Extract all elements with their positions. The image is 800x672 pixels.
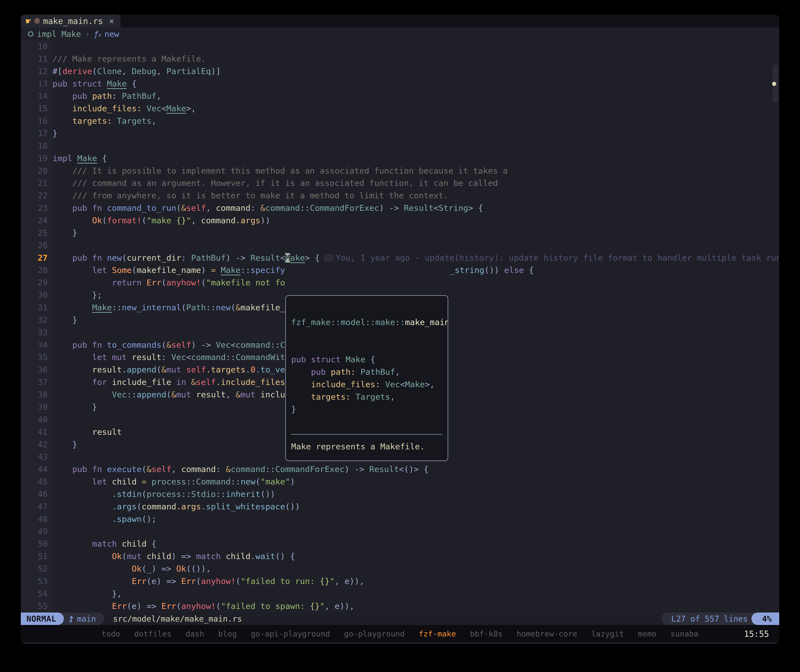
code-token: Make xyxy=(166,104,186,113)
breadcrumb-impl-make[interactable]: impl Make xyxy=(37,29,81,39)
session-item-todo[interactable]: todo xyxy=(101,629,120,638)
code-line-19[interactable]: 19impl Make { xyxy=(21,152,779,165)
hover-popup-line xyxy=(291,329,442,341)
code-line-10[interactable]: 10 xyxy=(21,40,779,53)
scrollbar-thumb[interactable] xyxy=(773,65,778,102)
code-token: Targets xyxy=(112,116,152,126)
code-line-52[interactable]: 52 Ok(_) => Ok(()), xyxy=(21,563,779,575)
code-token: <()> { xyxy=(399,464,428,474)
code-token: {} xyxy=(176,216,186,225)
session-item-sunaba[interactable]: sunaba xyxy=(670,629,698,638)
code-line-12[interactable]: 12#[derive(Clone, Debug, PartialEq)] xyxy=(21,65,779,78)
session-item-bbf-k8s[interactable]: bbf-k8s xyxy=(470,629,503,638)
code-line-14[interactable]: 14 pub path: PathBuf, xyxy=(21,90,779,102)
code-token: specify xyxy=(250,266,285,275)
line-number: 48 xyxy=(21,513,53,525)
code-line-54[interactable]: 54 }, xyxy=(21,587,779,600)
code-line-25[interactable]: 25 } xyxy=(21,227,779,239)
code-token: command xyxy=(236,340,270,350)
code-line-29[interactable]: 29 return Err(anyhow!("makefile not fo xyxy=(21,277,779,289)
code-line-45[interactable]: 45 let child = process::Command::new("ma… xyxy=(21,475,779,488)
code-line-51[interactable]: 51 Ok(mut child) => match child.wait() { xyxy=(21,550,779,563)
code-line-21[interactable]: 21 /// command as an argument. However, … xyxy=(21,177,779,189)
code-line-53[interactable]: 53 Err(e) => Err(anyhow!("failed to run:… xyxy=(21,575,779,587)
breadcrumb-fn-new[interactable]: new xyxy=(104,29,119,39)
code-token: & xyxy=(147,464,152,474)
hover-popup-line xyxy=(291,341,442,354)
code-line-47[interactable]: 47 .args(command.args.split_whitespace()… xyxy=(21,501,779,513)
code-line-44[interactable]: 44 pub fn execute(&self, command: &comma… xyxy=(21,463,779,475)
session-item-fzf-make[interactable]: fzf-make xyxy=(419,629,456,638)
code-editor[interactable]: 1011/// Make represents a Makefile.12#[d… xyxy=(21,40,779,613)
line-number: 30 xyxy=(21,289,53,301)
code-token xyxy=(53,266,92,275)
session-item-blog[interactable]: blog xyxy=(218,629,237,638)
code-token: Targets xyxy=(351,392,390,402)
code-line-16[interactable]: 16 targets: Targets, xyxy=(21,115,779,127)
code-token: :: xyxy=(127,390,136,399)
code-token: return xyxy=(112,278,146,287)
code-token: ) xyxy=(172,552,181,561)
code-line-13[interactable]: 13pub struct Make { xyxy=(21,78,779,90)
code-token: self xyxy=(172,340,191,350)
code-token: > { xyxy=(468,203,483,213)
code-line-18[interactable]: 18 xyxy=(21,140,779,152)
session-item-go-api-playground[interactable]: go-api-playground xyxy=(251,629,330,638)
code-line-50[interactable]: 50 match child { xyxy=(21,538,779,550)
code-token: anyhow! xyxy=(201,576,236,586)
code-token: , xyxy=(152,116,156,126)
code-line-49[interactable]: 49 xyxy=(21,525,779,538)
code-line-17[interactable]: 17} xyxy=(21,127,779,140)
hover-popup-line xyxy=(291,304,442,316)
session-item-go-playground[interactable]: go-playground xyxy=(344,629,405,638)
code-token: command xyxy=(265,203,300,213)
code-token: :: xyxy=(240,266,250,275)
file-path: src/model/make/make_main.rs xyxy=(113,613,242,625)
code-line-26[interactable]: 26 xyxy=(21,239,779,252)
code-line-20[interactable]: 20 /// It is possible to implement this … xyxy=(21,165,779,177)
line-number: 16 xyxy=(21,115,53,127)
code-token: .to_ve xyxy=(255,365,285,374)
code-token xyxy=(53,203,72,213)
code-line-23[interactable]: 23 pub fn command_to_run(&self, command:… xyxy=(21,202,779,214)
close-icon[interactable]: × xyxy=(109,16,114,26)
code-token: ( xyxy=(156,365,161,374)
code-line-48[interactable]: 48 .spawn(); xyxy=(21,513,779,525)
session-item-dotfiles[interactable]: dotfiles xyxy=(134,629,172,638)
code-token: , xyxy=(206,203,216,213)
code-token: :: xyxy=(231,477,240,486)
code-line-27[interactable]: 27 pub fn new(current_dir: PathBuf) -> R… xyxy=(21,252,779,264)
code-line-46[interactable]: 46 .stdin(process::Stdio::inherit()) xyxy=(21,488,779,501)
code-token: >, xyxy=(186,104,196,113)
code-line-24[interactable]: 24 Ok(format!("make {}", command.args)) xyxy=(21,214,779,227)
code-line-15[interactable]: 15 include_files: Vec<Make>, xyxy=(21,102,779,115)
line-number: 20 xyxy=(21,165,53,177)
code-token: -> xyxy=(201,340,216,350)
code-token: new_internal xyxy=(122,303,181,312)
code-line-55[interactable]: 55 Err(e) => Err(anyhow!("failed to spaw… xyxy=(21,600,779,613)
code-text xyxy=(53,239,779,252)
session-item-homebrew-core[interactable]: homebrew-core xyxy=(516,629,577,638)
code-token: :: xyxy=(186,477,196,486)
cursor-position: L27 of 557 lines xyxy=(662,613,755,625)
code-line-28[interactable]: 28 let Some(makefile_name) = Make::speci… xyxy=(21,264,779,277)
tab-make-main-rs[interactable]: ☛ ® make_main.rs × xyxy=(21,14,120,27)
popup-separator xyxy=(291,428,442,440)
code-token: Make xyxy=(92,303,112,312)
code-text: /// It is possible to implement this met… xyxy=(53,165,779,177)
line-number: 32 xyxy=(21,314,53,326)
code-text: }, xyxy=(53,587,779,600)
code-token: process xyxy=(152,477,186,486)
code-line-11[interactable]: 11/// Make represents a Makefile. xyxy=(21,53,779,65)
code-token: .include_files xyxy=(216,378,285,387)
session-item-dash[interactable]: dash xyxy=(186,629,204,638)
code-token: _ xyxy=(147,564,152,573)
code-token: } xyxy=(53,315,77,325)
tabline: ☛ ® make_main.rs × xyxy=(21,14,779,27)
session-item-memo[interactable]: memo xyxy=(638,629,657,638)
code-token: ( xyxy=(136,502,141,511)
code-line-22[interactable]: 22 /// from anywhere, so it is better to… xyxy=(21,189,779,202)
session-item-lazygit[interactable]: lazygit xyxy=(591,629,624,638)
code-token: Make xyxy=(107,79,127,88)
code-token: ( xyxy=(161,340,166,350)
